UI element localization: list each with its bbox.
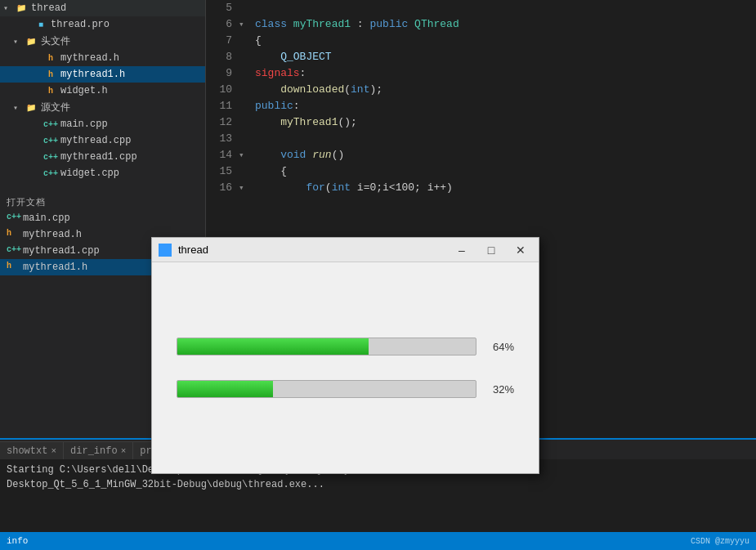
line-num-9: 9 xyxy=(206,65,239,82)
line-num-6: 6 xyxy=(206,16,239,33)
output-text-2: Desktop_Qt_5_6_1_MinGW_32bit-Debug\debug… xyxy=(7,479,324,490)
cpp-icon-widget: c++ xyxy=(44,167,57,180)
tree-item-headers[interactable]: ▾ 📁 头文件 xyxy=(0,33,205,50)
progress-bar-outer-1 xyxy=(177,338,476,355)
cpp-icon-mythread: c++ xyxy=(44,134,57,147)
tree-item-mythread1-h[interactable]: h mythread1.h xyxy=(0,66,205,83)
open-doc-label-mythread1-cpp: mythread1.cpp xyxy=(23,245,100,257)
code-line-10: 10 downloaded(int); xyxy=(206,82,756,98)
tab-showtxt[interactable]: showtxt × xyxy=(0,441,64,459)
status-right: CSDN @zmyyyu xyxy=(691,537,749,546)
dialog-minimize-button[interactable]: – xyxy=(450,242,473,258)
tree-item-widget-cpp[interactable]: c++ widget.cpp xyxy=(0,165,205,181)
folder-icon-headers: 📁 xyxy=(25,35,38,48)
code-line-13: 13 xyxy=(206,131,756,147)
tree-item-mythread1-cpp[interactable]: c++ mythread1.cpp xyxy=(0,149,205,165)
line-num-14: 14 xyxy=(206,147,239,163)
open-doc-main-cpp[interactable]: c++ main.cpp xyxy=(0,210,205,226)
tree-item-main-cpp[interactable]: c++ main.cpp xyxy=(0,116,205,132)
dialog-title-icon xyxy=(159,244,172,257)
tree-item-root[interactable]: ▾ 📁 thread xyxy=(0,0,205,16)
h-icon-mythread1: h xyxy=(44,68,57,81)
output-line-2: Desktop_Qt_5_6_1_MinGW_32bit-Debug\debug… xyxy=(7,477,749,492)
h-icon-mythread: h xyxy=(44,51,57,65)
code-line-15: 15 { xyxy=(206,163,756,180)
tree-label-widget-cpp: widget.cpp xyxy=(60,168,119,179)
pro-icon: ■ xyxy=(34,18,47,31)
tab-label-dir-info: dir_info xyxy=(70,445,118,457)
code-line-16: 16 ▾ for(int i=0;i<100; i++) xyxy=(206,180,756,196)
h-icon-widget: h xyxy=(44,84,57,97)
folder-icon-sources: 📁 xyxy=(25,101,38,114)
tab-close-dir-info[interactable]: × xyxy=(121,446,127,456)
tab-label-showtxt: showtxt xyxy=(7,445,47,457)
line-num-12: 12 xyxy=(206,114,239,131)
tree-item-widget-h[interactable]: h widget.h xyxy=(0,83,205,99)
cpp-icon-mythread1: c++ xyxy=(44,150,57,163)
code-line-8: 8 Q_OBJECT xyxy=(206,49,756,65)
progress-label-2: 32% xyxy=(485,383,514,396)
code-line-9: 9 signals: xyxy=(206,65,756,82)
tree-item-mythread-cpp[interactable]: c++ mythread.cpp xyxy=(0,132,205,149)
progress-bar-inner-2 xyxy=(177,381,273,397)
h-icon-doc-mythread1: h xyxy=(7,262,18,273)
dialog-maximize-button[interactable]: □ xyxy=(480,242,503,258)
tab-dir-info[interactable]: dir_info × xyxy=(64,441,133,459)
dialog-body: 64% 32% xyxy=(152,262,539,473)
tree-label-mythread-cpp: mythread.cpp xyxy=(60,135,131,146)
tree-arrow-root: ▾ xyxy=(3,3,13,13)
progress-bar-outer-2 xyxy=(177,380,476,398)
folder-icon-root: 📁 xyxy=(15,2,28,15)
tree-item-mythread-h[interactable]: h mythread.h xyxy=(0,50,205,66)
tree-arrow-headers: ▾ xyxy=(13,37,23,47)
cpp-icon-main: c++ xyxy=(44,118,57,131)
tab-close-showtxt[interactable]: × xyxy=(51,446,56,456)
progress-bar-inner-1 xyxy=(177,338,369,355)
tree-label-mythread1-cpp: mythread1.cpp xyxy=(60,151,137,163)
line-num-15: 15 xyxy=(206,163,239,180)
progress-label-1: 64% xyxy=(485,341,514,353)
code-line-12: 12 myThread1(); xyxy=(206,114,756,131)
tree-label-mythread-h: mythread.h xyxy=(60,52,119,64)
open-doc-label-mythread-h: mythread.h xyxy=(23,229,82,240)
code-line-7: 7 { xyxy=(206,33,756,49)
tree-label-mythread1-h: mythread1.h xyxy=(60,69,125,80)
line-num-11: 11 xyxy=(206,98,239,114)
tree-label-headers: 头文件 xyxy=(41,34,70,48)
line-num-7: 7 xyxy=(206,33,239,49)
dialog-close-button[interactable]: ✕ xyxy=(509,242,532,258)
tree-label-sources: 源文件 xyxy=(41,101,70,114)
cpp-icon-doc-mythread1: c++ xyxy=(7,245,18,257)
progress-container-1: 64% xyxy=(177,338,514,355)
tree-label-thread-pro: thread.pro xyxy=(51,19,110,30)
tree-label-widget-h: widget.h xyxy=(60,85,108,96)
code-line-6: 6 ▾ class myThread1 : public QThread xyxy=(206,16,756,33)
status-bar: info CSDN @zmyyyu xyxy=(0,532,756,550)
code-line-5: 5 xyxy=(206,0,756,16)
line-num-5: 5 xyxy=(206,0,239,16)
open-docs-title: 打开文档 xyxy=(0,195,205,210)
tree-label-root: thread xyxy=(31,2,66,14)
thread-dialog: thread – □ ✕ 64% 32% xyxy=(151,237,539,474)
project-tree: ▾ 📁 thread ■ thread.pro ▾ 📁 头文件 xyxy=(0,0,205,181)
cpp-icon-doc-main: c++ xyxy=(7,212,18,224)
line-num-8: 8 xyxy=(206,49,239,65)
code-line-11: 11 public: xyxy=(206,98,756,114)
line-num-16: 16 xyxy=(206,180,239,196)
line-num-13: 13 xyxy=(206,131,239,147)
dialog-titlebar: thread – □ ✕ xyxy=(152,238,539,262)
status-info: info xyxy=(7,536,28,546)
open-doc-label-mythread1-h: mythread1.h xyxy=(23,262,87,273)
progress-container-2: 32% xyxy=(177,380,514,398)
tree-label-main-cpp: main.cpp xyxy=(60,118,108,130)
tree-item-thread-pro[interactable]: ■ thread.pro xyxy=(0,16,205,33)
code-line-14: 14 ▾ void run() xyxy=(206,147,756,163)
dialog-title-text: thread xyxy=(178,244,444,256)
h-icon-doc-mythread: h xyxy=(7,229,18,240)
tree-arrow-sources: ▾ xyxy=(13,103,23,113)
line-num-10: 10 xyxy=(206,82,239,98)
tree-item-sources[interactable]: ▾ 📁 源文件 xyxy=(0,99,205,116)
open-doc-label-main: main.cpp xyxy=(23,212,70,224)
